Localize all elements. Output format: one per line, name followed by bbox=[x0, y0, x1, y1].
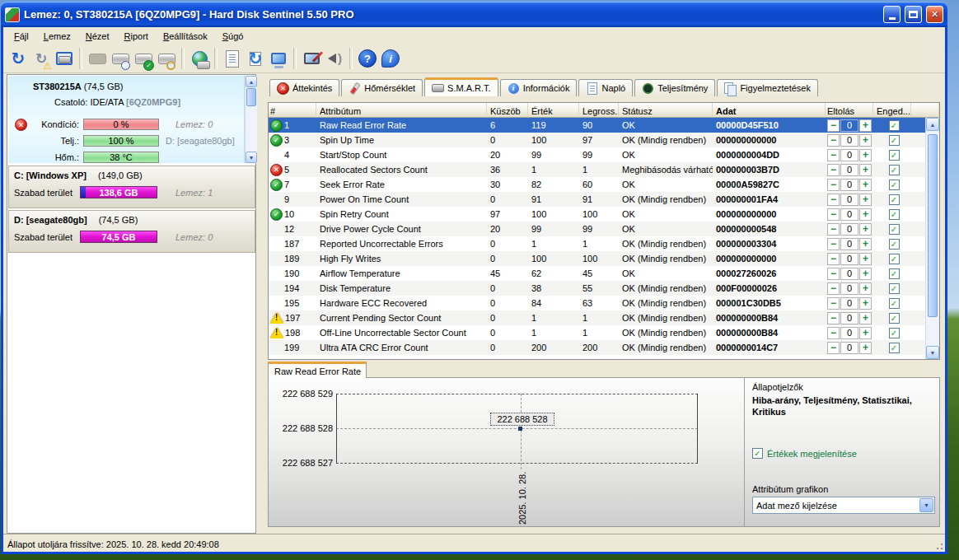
menu-item-fájl[interactable]: Fájl bbox=[7, 30, 36, 43]
offset-decrease-button[interactable]: − bbox=[827, 297, 840, 310]
enabled-checkbox[interactable]: ✓ bbox=[889, 239, 900, 250]
table-scroll-up-button[interactable]: ▲ bbox=[926, 118, 939, 131]
offset-value[interactable]: 0 bbox=[840, 268, 858, 280]
enabled-checkbox[interactable]: ✓ bbox=[889, 165, 900, 175]
offset-increase-button[interactable]: + bbox=[859, 268, 872, 280]
column-header-4[interactable]: Legross... bbox=[579, 103, 619, 118]
offset-decrease-button[interactable]: − bbox=[827, 119, 840, 132]
menu-item-riport[interactable]: Riport bbox=[117, 30, 156, 43]
offset-value[interactable]: 0 bbox=[840, 149, 858, 161]
table-row[interactable]: ✓1Raw Read Error Rate611990OK00000D45F51… bbox=[269, 118, 939, 133]
partition-box[interactable]: C: [Windows XP](149,0 GB)Szabad terület1… bbox=[8, 166, 255, 208]
column-header-8[interactable]: Enged... bbox=[873, 103, 911, 118]
column-header-0[interactable]: # bbox=[269, 103, 316, 118]
offset-value[interactable]: 0 bbox=[840, 164, 858, 176]
disk-monitor-icon[interactable] bbox=[53, 48, 76, 70]
menu-item-súgó[interactable]: Súgó bbox=[215, 30, 251, 43]
offset-increase-button[interactable]: + bbox=[859, 164, 872, 176]
offset-decrease-button[interactable]: − bbox=[827, 327, 840, 339]
offset-value[interactable]: 0 bbox=[840, 194, 858, 206]
chart-attribute-tab[interactable]: Raw Read Error Rate bbox=[268, 362, 367, 378]
offset-decrease-button[interactable]: − bbox=[827, 223, 840, 236]
column-header-1[interactable]: Attribútum bbox=[316, 103, 487, 118]
table-row[interactable]: ✓10Spin Retry Count97100100OK00000000000… bbox=[269, 207, 939, 222]
enabled-checkbox[interactable]: ✓ bbox=[889, 180, 900, 190]
speaker-icon[interactable] bbox=[323, 48, 346, 70]
offset-increase-button[interactable]: + bbox=[859, 282, 872, 295]
help-icon[interactable] bbox=[356, 48, 379, 70]
enabled-checkbox[interactable]: ✓ bbox=[889, 313, 900, 324]
table-row[interactable]: 12Drive Power Cycle Count209999OK0000000… bbox=[269, 222, 939, 236]
scroll-up-button[interactable]: ▲ bbox=[246, 76, 257, 87]
offset-value[interactable]: 0 bbox=[840, 208, 858, 221]
tab-hmrsklet[interactable]: Hőmérséklet bbox=[341, 79, 423, 96]
disk-clock-icon[interactable] bbox=[109, 48, 132, 70]
table-row[interactable]: ✕5Reallocated Sectors Count3611Meghibáso… bbox=[269, 162, 939, 177]
offset-decrease-button[interactable]: − bbox=[827, 134, 840, 147]
refresh-icon[interactable] bbox=[7, 48, 30, 70]
tab-napl[interactable]: Napló bbox=[578, 79, 633, 96]
offset-value[interactable]: 0 bbox=[840, 327, 858, 339]
table-row[interactable]: 190Airflow Temperature456245OK0000272600… bbox=[269, 266, 939, 281]
offset-increase-button[interactable]: + bbox=[859, 297, 872, 310]
offset-value[interactable]: 0 bbox=[840, 134, 858, 147]
tab-teljestmny[interactable]: Teljesítmény bbox=[634, 79, 715, 96]
monitor-pen-icon[interactable] bbox=[300, 48, 323, 70]
offset-decrease-button[interactable]: − bbox=[827, 268, 840, 280]
table-row[interactable]: 4Start/Stop Count209999OK0000000004DD−0+… bbox=[269, 147, 939, 162]
title-bar[interactable]: Lemez: 0, ST380215A [6QZ0MPG9] - Hard Di… bbox=[1, 2, 947, 27]
table-row[interactable]: ✓3Spin Up Time010097OK (Mindig rendben)0… bbox=[269, 133, 939, 147]
offset-increase-button[interactable]: + bbox=[859, 253, 872, 265]
refresh-warning-icon[interactable] bbox=[30, 48, 53, 70]
chevron-down-icon[interactable]: ▼ bbox=[919, 498, 933, 512]
menu-item-beállítások[interactable]: Beállítások bbox=[156, 30, 215, 43]
offset-decrease-button[interactable]: − bbox=[827, 194, 840, 206]
offset-increase-button[interactable]: + bbox=[859, 327, 872, 339]
table-row[interactable]: 197Current Pending Sector Count011OK (Mi… bbox=[269, 310, 939, 325]
info-icon[interactable] bbox=[379, 48, 402, 70]
offset-decrease-button[interactable]: − bbox=[827, 342, 840, 354]
column-header-5[interactable]: Státusz bbox=[619, 103, 713, 118]
sidebar-scrollbar[interactable]: ▲ ▼ bbox=[245, 76, 257, 163]
minimize-button[interactable] bbox=[883, 6, 901, 23]
enabled-checkbox[interactable]: ✓ bbox=[889, 120, 900, 131]
sync-icon[interactable] bbox=[244, 48, 267, 70]
offset-value[interactable]: 0 bbox=[840, 282, 858, 295]
partition-box[interactable]: D: [seagate80gb](74,5 GB)Szabad terület7… bbox=[8, 210, 255, 253]
column-header-6[interactable]: Adat bbox=[713, 103, 826, 118]
table-row[interactable]: 194Disk Temperature03855OK (Mindig rendb… bbox=[269, 281, 939, 296]
globe-disk-icon[interactable] bbox=[188, 48, 211, 70]
offset-value[interactable]: 0 bbox=[840, 119, 858, 132]
offset-increase-button[interactable]: + bbox=[859, 119, 872, 132]
offset-increase-button[interactable]: + bbox=[859, 134, 872, 147]
table-row[interactable]: 199Ultra ATA CRC Error Count0200200OK (M… bbox=[269, 340, 939, 355]
table-scroll-down-button[interactable]: ▼ bbox=[926, 346, 939, 359]
enabled-checkbox[interactable]: ✓ bbox=[889, 298, 900, 309]
tab-ttekints[interactable]: Áttekintés bbox=[269, 79, 339, 96]
offset-decrease-button[interactable]: − bbox=[827, 208, 840, 221]
table-row[interactable]: 195Hardware ECC Recovered08463OK (Mindig… bbox=[269, 296, 939, 310]
table-row[interactable]: 198Off-Line Uncorrectable Sector Count01… bbox=[269, 325, 939, 340]
enabled-checkbox[interactable]: ✓ bbox=[889, 328, 900, 338]
menu-item-lemez[interactable]: Lemez bbox=[36, 30, 78, 43]
maximize-button[interactable] bbox=[905, 6, 922, 23]
enabled-checkbox[interactable]: ✓ bbox=[889, 135, 900, 146]
offset-increase-button[interactable]: + bbox=[859, 179, 872, 191]
offset-decrease-button[interactable]: − bbox=[827, 149, 840, 161]
offset-value[interactable]: 0 bbox=[840, 223, 858, 236]
enabled-checkbox[interactable]: ✓ bbox=[889, 268, 900, 279]
tab-figyelmeztetsek[interactable]: Figyelmeztetések bbox=[717, 79, 818, 96]
enabled-checkbox[interactable]: ✓ bbox=[889, 224, 900, 235]
offset-increase-button[interactable]: + bbox=[859, 208, 872, 221]
disk-summary-box[interactable]: ST380215A (74,5 GB) Csatoló: IDE/ATA [6Q… bbox=[8, 76, 245, 163]
scroll-thumb[interactable] bbox=[246, 88, 256, 106]
enabled-checkbox[interactable]: ✓ bbox=[889, 343, 900, 353]
network-icon[interactable] bbox=[267, 48, 290, 70]
column-header-3[interactable]: Érték bbox=[528, 103, 579, 118]
offset-increase-button[interactable]: + bbox=[859, 223, 872, 236]
column-header-7[interactable]: Eltolás bbox=[826, 103, 873, 118]
offset-increase-button[interactable]: + bbox=[859, 238, 872, 250]
disk-check-icon[interactable] bbox=[132, 48, 155, 70]
offset-increase-button[interactable]: + bbox=[859, 342, 872, 354]
offset-value[interactable]: 0 bbox=[840, 312, 858, 324]
